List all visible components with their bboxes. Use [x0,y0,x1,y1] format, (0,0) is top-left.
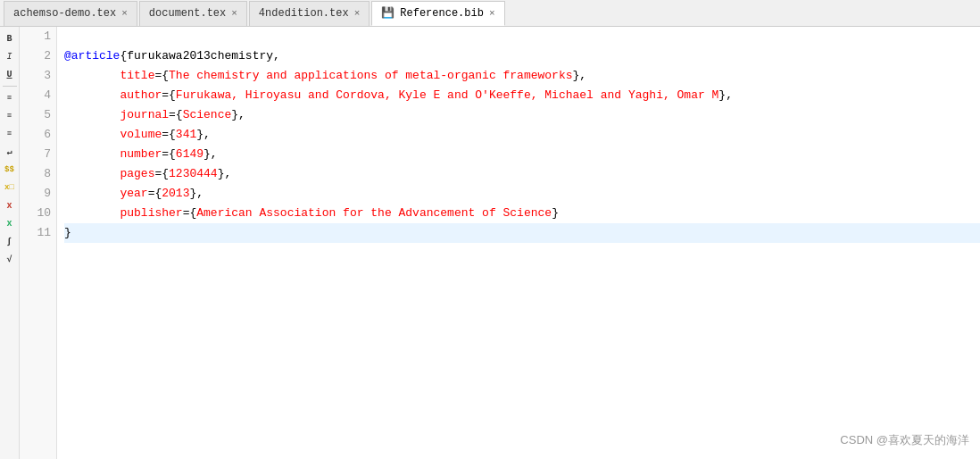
line-num-1: 1 [20,27,51,46]
sqrt-button[interactable]: √ [2,251,18,267]
align-right-button[interactable]: ≡ [2,126,18,142]
code-line-2: @article{furukawa2013chemistry, [64,46,980,66]
toolbar-separator [3,86,17,87]
code-line-4: author={Furukawa, Hiroyasu and Cordova, … [64,86,980,105]
code-editor[interactable]: @article{furukawa2013chemistry, title={T… [57,27,980,459]
line-num-3: 3 [20,66,51,86]
tab-document[interactable]: document.tex × [139,1,247,26]
code-line-3: title={The chemistry and applications of… [64,66,980,86]
save-icon: 💾 [381,6,394,20]
line-num-7: 7 [20,145,51,164]
tab-label: achemso-demo.tex [13,7,116,20]
line-num-10: 10 [20,204,51,223]
tab-label: document.tex [149,7,226,20]
bold-button[interactable]: B [2,30,18,46]
line-num-2: 2 [20,46,51,66]
line-num-5: 5 [20,105,51,125]
integral-button[interactable]: ∫ [2,233,18,249]
subscript2-button[interactable]: x [2,215,18,231]
underline-button[interactable]: U [2,66,18,82]
line-num-8: 8 [20,164,51,184]
close-icon[interactable]: × [231,8,237,19]
math-inline-button[interactable]: $$ [2,162,18,178]
tab-bar: achemso-demo.tex × document.tex × 4ndedi… [0,0,980,27]
code-line-5: journal={Science}, [64,105,980,125]
line-numbers: 1 2 3 4 5 6 7 8 9 10 11 [20,27,57,459]
line-num-11: 11 [20,223,51,243]
code-line-8: pages={1230444}, [64,164,980,184]
close-icon[interactable]: × [354,8,361,19]
align-left-button[interactable]: ≡ [2,90,18,106]
tab-label: Reference.bib [400,7,484,20]
line-num-9: 9 [20,184,51,204]
editor-container: B I U ≡ ≡ ≡ ↵ $$ x□ x x ∫ √ 1 2 3 4 5 6 … [0,27,980,459]
superscript-button[interactable]: x [2,197,18,213]
left-toolbar: B I U ≡ ≡ ≡ ↵ $$ x□ x x ∫ √ [0,27,20,459]
italic-button[interactable]: I [2,48,18,64]
line-num-4: 4 [20,86,51,105]
close-icon[interactable]: × [121,8,128,19]
code-line-10: publisher={American Association for the … [64,204,980,223]
code-line-1 [64,27,980,46]
keyword-article: @article [64,46,120,66]
close-icon[interactable]: × [489,8,495,19]
code-line-6: volume={341}, [64,125,980,145]
subscript-button[interactable]: x□ [2,179,18,196]
code-line-11: } [64,223,980,243]
watermark: CSDN @喜欢夏天的海洋 [840,432,969,448]
line-num-6: 6 [20,125,51,145]
code-line-9: year={2013}, [64,184,980,204]
tab-achemso[interactable]: achemso-demo.tex × [4,1,137,26]
tab-4ndedition[interactable]: 4ndedition.tex × [249,1,370,26]
tab-label: 4ndedition.tex [259,7,349,20]
return-button[interactable]: ↵ [2,144,18,160]
align-center-button[interactable]: ≡ [2,108,18,124]
code-line-7: number={6149}, [64,145,980,164]
tab-reference-bib[interactable]: 💾 Reference.bib × [371,1,504,26]
